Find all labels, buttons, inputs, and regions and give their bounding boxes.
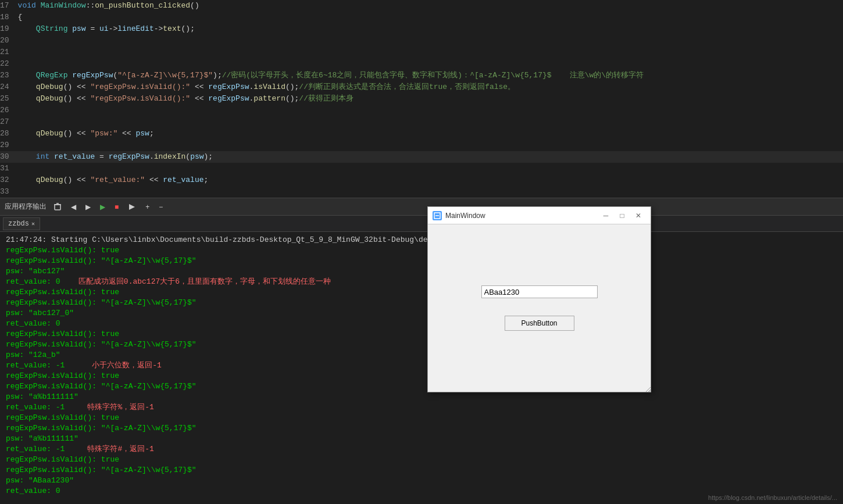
code-line-32: 32 qDebug() << "ret_value:" << ret_value… [0,174,843,186]
code-line-20: 20 [0,35,843,47]
dialog-push-button[interactable]: PushButton [505,316,574,331]
panel-title: 应用程序输出 [5,202,47,212]
output-line-21: regExpPsw.isValid(): true [6,455,837,465]
panel-output: 21:47:24: Starting C:\Users\linbx\Docume… [0,232,843,504]
output-line-4: ret_value: 0 匹配成功返回0.abc127大于6，且里面有数字，字母… [6,277,837,287]
toolbar-btn-back[interactable]: ◀ [69,202,78,212]
output-line-19: psw: "a%b111111" [6,434,837,444]
output-line-18: regExpPsw.isValid(): "^[a-zA-Z]\\w{5,17}… [6,423,837,434]
watermark: https://blog.csdn.net/linbuxun/article/d… [708,494,837,501]
output-line-10: regExpPsw.isValid(): "^[a-zA-Z]\\w{5,17}… [6,339,837,350]
output-line-6: regExpPsw.isValid(): "^[a-zA-Z]\\w{5,17}… [6,298,837,308]
tab-zzbds[interactable]: zzbds ✕ [3,217,40,230]
dialog-maximize-btn[interactable]: □ [615,210,630,221]
toolbar-btn-stop[interactable]: ■ [112,202,121,212]
output-line-14: regExpPsw.isValid(): "^[a-zA-Z]\\w{5,17}… [6,381,837,392]
dialog-body: PushButton [428,224,651,392]
code-line-23: 23 QRegExp regExpPsw("^[a-zA-Z]\\w{5,17}… [0,70,843,81]
output-line-9: regExpPsw.isValid(): true [6,329,837,339]
dialog-title-left: MainWindow [433,211,485,220]
output-line-11: psw: "12a_b" [6,350,837,360]
tab-label: zzbds [8,220,29,228]
output-line-20: ret_value: -1 特殊字符#，返回-1 [6,444,837,455]
dialog-resize-handle[interactable] [644,385,651,392]
bottom-panel: 应用程序输出 ◀ ▶ ▶ ■ + − zzbds ✕ 21:47:24: Sta… [0,198,843,504]
code-line-28: 28 qDebug() << "psw:" << psw; [0,128,843,140]
code-line-31: 31 [0,163,843,174]
mainwindow-dialog: MainWindow ─ □ ✕ PushButton [427,206,651,392]
code-line-27: 27 [0,116,843,128]
panel-tabs: zzbds ✕ [0,216,843,232]
panel-toolbar: 应用程序输出 ◀ ▶ ▶ ■ + − [0,198,843,216]
output-line-22: regExpPsw.isValid(): "^[a-zA-Z]\\w{5,17}… [6,465,837,476]
toolbar-btn-forward[interactable]: ▶ [83,202,93,212]
dialog-close-btn[interactable]: ✕ [631,210,646,221]
code-line-18: 18 { [0,12,843,23]
code-line-25: 25 qDebug() << "regExpPsw.isValid():" <<… [0,93,843,105]
code-line-29: 29 [0,140,843,151]
toolbar-btn-minus[interactable]: − [156,202,165,212]
tab-close-btn[interactable]: ✕ [31,220,35,227]
code-editor: 17 void MainWindow::on_pushButton_clicke… [0,0,843,198]
output-line-17: regExpPsw.isValid(): true [6,413,837,423]
output-line-15: psw: "a%b111111" [6,392,837,402]
output-line-start: 21:47:24: Starting C:\Users\linbx\Docume… [6,235,837,245]
code-line-26: 26 [0,105,843,116]
output-line-1: regExpPsw.isValid(): true [6,245,837,256]
code-line-22: 22 [0,58,843,70]
code-line-24: 24 qDebug() << "regExpPsw.isValid():" <<… [0,81,843,93]
toolbar-btn-debug[interactable] [126,202,138,212]
dialog-minimize-btn[interactable]: ─ [598,210,613,221]
output-line-12: ret_value: -1 小于六位数，返回-1 [6,360,837,371]
svg-marker-3 [129,204,135,210]
dialog-app-icon [433,211,442,220]
code-line-21: 21 [0,47,843,58]
code-line-30: 30 int ret_value = regExpPsw.indexIn(psw… [0,151,843,163]
dialog-password-input[interactable] [481,285,598,298]
toolbar-btn-1[interactable] [51,202,64,212]
output-line-7: psw: "abc127_0" [6,308,837,319]
code-line-33: 33 [0,186,843,198]
dialog-titlebar: MainWindow ─ □ ✕ [428,207,651,224]
dialog-title-text: MainWindow [445,212,485,220]
output-line-3: psw: "abc127" [6,266,837,277]
output-line-2: regExpPsw.isValid(): "^[a-zA-Z]\\w{5,17}… [6,256,837,266]
toolbar-btn-run[interactable]: ▶ [98,202,108,212]
output-line-8: ret_value: 0 [6,319,837,329]
code-line-17: 17 void MainWindow::on_pushButton_clicke… [0,0,843,12]
toolbar-btn-plus[interactable]: + [143,202,152,212]
output-line-5: regExpPsw.isValid(): true [6,287,837,298]
code-line-19: 19 QString psw = ui->lineEdit->text(); [0,23,843,35]
output-line-13: regExpPsw.isValid(): true [6,371,837,381]
svg-rect-0 [55,205,60,210]
output-line-16: ret_value: -1 特殊字符%，返回-1 [6,402,837,413]
output-line-23: psw: "ABaa1230" [6,476,837,486]
dialog-controls: ─ □ ✕ [598,210,646,221]
